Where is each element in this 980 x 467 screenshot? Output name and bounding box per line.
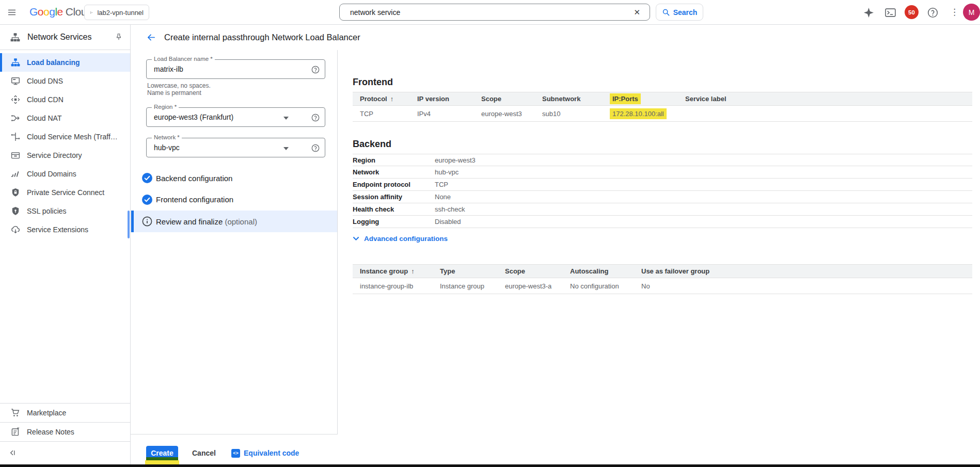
service-extensions-icon	[11, 225, 20, 234]
backends-table-header: Instance group↑ Type Scope Autoscaling U…	[353, 264, 972, 278]
cloud-cdn-icon	[11, 95, 20, 104]
chevron-down-icon	[353, 236, 359, 241]
marketplace-icon	[11, 408, 20, 417]
cell-autoscaling: No configuration	[570, 282, 641, 290]
col-failover[interactable]: Use as failover group	[641, 267, 972, 275]
region-help-icon[interactable]	[311, 114, 320, 122]
project-icon	[90, 9, 93, 17]
project-selector[interactable]: lab2-vpn-tunnel	[84, 5, 149, 20]
name-help-icon[interactable]	[311, 66, 320, 74]
lb-config-panel: Load Balancer name * Lowercase, no space…	[131, 50, 338, 434]
sidebar-item-cloud-dns[interactable]: Cloud DNS	[0, 72, 130, 90]
menu-icon[interactable]	[7, 8, 17, 17]
col-ip-version[interactable]: IP version	[417, 95, 481, 103]
cell-scope: europe-west3-a	[505, 282, 570, 290]
summary-row: Session affinityNone	[353, 191, 972, 203]
backend-summary: Regioneurope-west3 Networkhub-vpc Endpoi…	[353, 154, 972, 228]
config-steps: Backend configuration Frontend configura…	[131, 168, 337, 232]
collapse-sidebar-icon[interactable]	[8, 448, 17, 457]
google-cloud-logo[interactable]: GoogleCloud	[29, 6, 92, 18]
project-name: lab2-vpn-tunnel	[97, 9, 144, 17]
chevron-down-icon[interactable]	[283, 117, 289, 120]
notifications-badge[interactable]: 50	[905, 5, 919, 19]
sidebar-item-service-directory[interactable]: Service Directory	[0, 146, 130, 165]
release-notes-icon	[11, 427, 20, 437]
gemini-sparkle-icon[interactable]	[863, 7, 874, 18]
sidebar-item-release-notes[interactable]: Release Notes	[0, 422, 130, 441]
global-search-field[interactable]: ✕	[339, 4, 650, 21]
summary-row: Health checkssh-check	[353, 203, 972, 216]
sidebar-item-cloud-nat[interactable]: Cloud NAT	[0, 109, 130, 127]
more-vert-icon[interactable]: ⋮	[950, 7, 959, 18]
avatar[interactable]: M	[963, 4, 980, 21]
col-type[interactable]: Type	[440, 267, 505, 275]
highlight-annotation: 172.28.10.100:all	[610, 108, 667, 119]
col-autoscaling[interactable]: Autoscaling	[570, 267, 641, 275]
name-input[interactable]	[154, 60, 288, 78]
sidebar-item-cloud-cdn[interactable]: Cloud CDN	[0, 90, 130, 109]
name-helper-line2: Name is permanent	[147, 89, 201, 96]
network-help-icon[interactable]	[311, 144, 320, 152]
ssl-policies-icon	[11, 206, 20, 216]
review-panel: Frontend Protocol↑ IP version Scope Subn…	[338, 50, 980, 434]
network-select[interactable]: Network * hub-vpc	[146, 138, 325, 157]
cancel-button[interactable]: Cancel	[184, 446, 224, 460]
col-instance-group[interactable]: Instance group↑	[353, 267, 440, 275]
sidebar-title: Network Services	[27, 33, 91, 42]
clear-search-icon[interactable]: ✕	[631, 7, 642, 18]
service-directory-icon	[11, 151, 20, 160]
help-icon[interactable]	[927, 7, 938, 18]
step-backend-configuration[interactable]: Backend configuration	[131, 168, 337, 188]
sidebar-item-private-service-connect[interactable]: Private Service Connect	[0, 183, 130, 202]
search-input[interactable]	[350, 8, 631, 17]
cell-ip-ports: 172.28.10.100:all	[612, 110, 685, 118]
backends-table: Instance group↑ Type Scope Autoscaling U…	[353, 264, 972, 294]
sort-ascending-icon: ↑	[390, 95, 394, 103]
optional-suffix: (optional)	[225, 217, 257, 226]
col-ip-ports[interactable]: IP:Ports	[612, 95, 685, 103]
name-helper-line1: Lowercase, no spaces.	[147, 82, 211, 89]
equivalent-code-link[interactable]: <> Equivalent code	[231, 446, 299, 460]
load-balancing-icon	[11, 58, 20, 67]
highlight-annotation: IP:Ports	[610, 93, 641, 104]
sidebar-item-marketplace[interactable]: Marketplace	[0, 403, 130, 422]
sidebar: Network Services Load balancing Cloud DN…	[0, 25, 131, 467]
advanced-configurations-link[interactable]: Advanced configurations	[353, 233, 448, 244]
frontend-table-row: TCP IPv4 europe-west3 sub10 172.28.10.10…	[353, 106, 972, 122]
cell-subnetwork: sub10	[542, 110, 612, 118]
col-scope[interactable]: Scope	[481, 95, 542, 103]
sidebar-nav: Load balancing Cloud DNS Cloud CDN Cloud…	[0, 53, 130, 239]
load-balancer-name-field[interactable]: Load Balancer name *	[146, 59, 325, 79]
info-circle-icon	[142, 216, 152, 227]
action-bar: Create Cancel <> Equivalent code	[131, 434, 980, 467]
chevron-down-icon[interactable]	[283, 147, 289, 150]
sort-ascending-icon: ↑	[411, 267, 415, 275]
cloud-nat-icon	[11, 114, 20, 123]
cell-failover: No	[641, 282, 972, 290]
sidebar-footer: Marketplace Release Notes	[0, 403, 130, 464]
summary-row: Regioneurope-west3	[353, 154, 972, 166]
sidebar-item-cloud-domains[interactable]: Cloud Domains	[0, 165, 130, 183]
cloud-shell-icon[interactable]	[885, 7, 896, 18]
col-protocol[interactable]: Protocol↑	[353, 95, 417, 103]
sidebar-item-service-extensions[interactable]: Service Extensions	[0, 220, 130, 239]
search-button[interactable]: Search	[656, 4, 703, 21]
sidebar-scrollbar-thumb[interactable]	[128, 211, 130, 238]
pin-icon[interactable]	[115, 33, 123, 41]
step-frontend-configuration[interactable]: Frontend configuration	[131, 188, 337, 211]
back-arrow-icon[interactable]	[146, 33, 156, 42]
gcp-console: GoogleCloud lab2-vpn-tunnel ✕ Search 50 …	[0, 0, 980, 467]
page-header: Create internal passthrough Network Load…	[131, 25, 980, 50]
step-review-and-finalize[interactable]: Review and finalize (optional)	[131, 211, 337, 232]
sidebar-header: Network Services	[0, 25, 130, 50]
page-title: Create internal passthrough Network Load…	[164, 33, 360, 42]
col-scope[interactable]: Scope	[505, 267, 570, 275]
sidebar-item-ssl-policies[interactable]: SSL policies	[0, 202, 130, 220]
col-subnetwork[interactable]: Subnetwork	[542, 95, 612, 103]
sidebar-item-load-balancing[interactable]: Load balancing	[0, 53, 130, 72]
cell-ip-version: IPv4	[417, 110, 481, 118]
col-service-label[interactable]: Service label	[685, 95, 972, 103]
region-value: europe-west3 (Frankfurt)	[154, 108, 233, 126]
region-select[interactable]: Region * europe-west3 (Frankfurt)	[146, 107, 325, 127]
sidebar-item-cloud-service-mesh[interactable]: Cloud Service Mesh (Traff…	[0, 127, 130, 146]
